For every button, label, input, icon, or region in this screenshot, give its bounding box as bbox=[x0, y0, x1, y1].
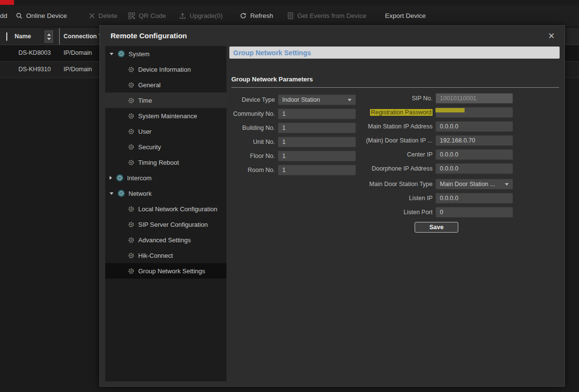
form-row: Listen Port 0 bbox=[100, 207, 564, 218]
form-row: Main Door Station Type Main Door Station… bbox=[100, 179, 564, 189]
module-gears-icon bbox=[117, 50, 125, 58]
qr-code-button[interactable]: QR Code bbox=[128, 5, 166, 26]
online-device-button[interactable]: Online Device bbox=[16, 5, 67, 26]
form-row: Main Station IP Address 0.0.0.0 bbox=[100, 121, 564, 132]
field-label: Center IP bbox=[333, 149, 433, 160]
toolbar-label: QR Code bbox=[139, 12, 166, 19]
sip-no-input: 10010110001 bbox=[435, 93, 513, 104]
tree-item-hik-connect[interactable]: Hik-Connect bbox=[105, 248, 226, 263]
form-row: Registration Password bbox=[100, 107, 564, 118]
tree-item-device-information[interactable]: Device Information bbox=[105, 62, 226, 77]
form-row: Listen IP 0.0.0.0 bbox=[100, 193, 564, 204]
gear-icon bbox=[127, 81, 135, 89]
gear-icon bbox=[127, 267, 135, 275]
tree-item-label: Advanced Settings bbox=[138, 236, 191, 244]
sort-control[interactable] bbox=[45, 31, 53, 43]
toolbar-label: Export Device bbox=[385, 12, 426, 19]
field-value: 0 bbox=[440, 209, 443, 216]
document-icon bbox=[287, 12, 294, 19]
device-name-cell: DS-KD8003 bbox=[18, 45, 51, 61]
device-name-cell: DS-KH9310 bbox=[18, 62, 51, 78]
toolbar-label: Delete bbox=[98, 12, 117, 19]
get-events-button[interactable]: Get Events from Device bbox=[287, 5, 367, 26]
field-value: 0.0.0.0 bbox=[440, 195, 458, 202]
form-row: (Main) Door Station IP ... 192.168.0.70 bbox=[100, 135, 564, 146]
field-label: Doorphone IP Address bbox=[333, 163, 433, 174]
tree-item-label: Hik-Connect bbox=[138, 252, 173, 259]
export-device-button[interactable]: Export Device bbox=[385, 5, 426, 26]
field-value: 0.0.0.0 bbox=[440, 151, 458, 158]
center-ip-input[interactable]: 0.0.0.0 bbox=[435, 149, 513, 160]
field-value: Main Door Station ... bbox=[440, 181, 495, 188]
tree-item-label: System bbox=[129, 50, 149, 58]
close-icon[interactable]: ✕ bbox=[545, 26, 558, 46]
device-connection-cell: IP/Domain bbox=[64, 62, 92, 78]
toolbar-label: Online Device bbox=[26, 12, 67, 19]
tree-item-label: General bbox=[138, 81, 161, 89]
delete-button[interactable]: Delete bbox=[89, 5, 117, 26]
column-divider bbox=[59, 28, 60, 45]
dialog-title: Remote Configuration bbox=[111, 26, 187, 46]
toolbar-label: Refresh bbox=[250, 12, 273, 19]
field-value: 0.0.0.0 bbox=[440, 123, 458, 130]
main-door-station-type-select[interactable]: Main Door Station ... bbox=[435, 179, 513, 189]
form-row: Center IP 0.0.0.0 bbox=[100, 149, 564, 160]
field-label: SIP No. bbox=[333, 93, 433, 104]
highlight-mark bbox=[435, 108, 465, 112]
door-station-ip-input[interactable]: 192.168.0.70 bbox=[435, 135, 513, 146]
field-label: Listen Port bbox=[333, 207, 433, 218]
column-header-name[interactable]: Name bbox=[15, 28, 31, 45]
add-device-button-partial[interactable]: dd bbox=[0, 5, 7, 26]
field-label: Listen IP bbox=[333, 193, 433, 204]
refresh-icon bbox=[240, 12, 247, 19]
tree-item-label: SIP Server Configuration bbox=[138, 221, 208, 228]
divider bbox=[231, 87, 559, 88]
sort-up-icon bbox=[47, 33, 51, 36]
refresh-button[interactable]: Refresh bbox=[240, 5, 273, 26]
app-window: dd Online Device Delete QR Code Upgrade(… bbox=[0, 0, 579, 392]
tree-item-label: Device Information bbox=[138, 66, 191, 73]
listen-port-input[interactable]: 0 bbox=[435, 207, 513, 218]
device-connection-cell: IP/Domain bbox=[64, 45, 92, 61]
save-button[interactable]: Save bbox=[415, 222, 458, 233]
gear-icon bbox=[127, 65, 135, 73]
content-header-bar: Group Network Settings bbox=[229, 47, 560, 59]
qr-code-icon bbox=[128, 12, 135, 19]
listen-ip-input[interactable]: 0.0.0.0 bbox=[435, 193, 513, 204]
field-label: Main Door Station Type bbox=[333, 179, 433, 189]
field-label: Registration Password bbox=[333, 107, 433, 118]
form-row: SIP No. 10010110001 bbox=[100, 93, 564, 104]
header-tick bbox=[6, 32, 7, 41]
tree-item-system[interactable]: System bbox=[105, 46, 226, 62]
sort-down-icon bbox=[47, 38, 51, 40]
field-label: Main Station IP Address bbox=[333, 121, 433, 132]
upload-icon bbox=[179, 12, 186, 19]
remote-configuration-dialog: Remote Configuration ✕ System Device Inf… bbox=[99, 25, 565, 387]
content-header-title: Group Network Settings bbox=[233, 49, 311, 57]
toolbar-label: dd bbox=[0, 12, 7, 19]
main-toolbar: dd Online Device Delete QR Code Upgrade(… bbox=[0, 5, 579, 26]
tree-item-group-network-settings[interactable]: Group Network Settings bbox=[105, 263, 226, 279]
gear-icon bbox=[127, 251, 135, 259]
search-icon bbox=[16, 12, 23, 19]
field-value: 0.0.0.0 bbox=[440, 165, 458, 172]
upgrade-button[interactable]: Upgrade(0) bbox=[179, 5, 223, 26]
main-station-ip-input[interactable]: 0.0.0.0 bbox=[435, 121, 513, 132]
toolbar-label: Get Events from Device bbox=[297, 12, 367, 19]
highlighted-label: Registration Password bbox=[370, 109, 433, 116]
record-accent-bar bbox=[0, 0, 14, 5]
tree-item-sip-server-configuration[interactable]: SIP Server Configuration bbox=[105, 217, 226, 232]
tree-item-general[interactable]: General bbox=[105, 77, 226, 93]
chevron-down-icon bbox=[110, 53, 113, 55]
form-row: Doorphone IP Address 0.0.0.0 bbox=[100, 163, 564, 174]
field-label: (Main) Door Station IP ... bbox=[333, 135, 433, 146]
tree-item-advanced-settings[interactable]: Advanced Settings bbox=[105, 232, 226, 248]
doorphone-ip-input[interactable]: 0.0.0.0 bbox=[435, 163, 513, 174]
gear-icon bbox=[127, 220, 135, 228]
tree-item-label: Group Network Settings bbox=[138, 267, 205, 275]
toolbar-label: Upgrade(0) bbox=[190, 12, 223, 19]
field-value: 10010110001 bbox=[440, 95, 477, 102]
chevron-down-icon bbox=[505, 183, 509, 186]
gear-icon bbox=[127, 236, 135, 244]
field-value: 192.168.0.70 bbox=[440, 137, 475, 144]
